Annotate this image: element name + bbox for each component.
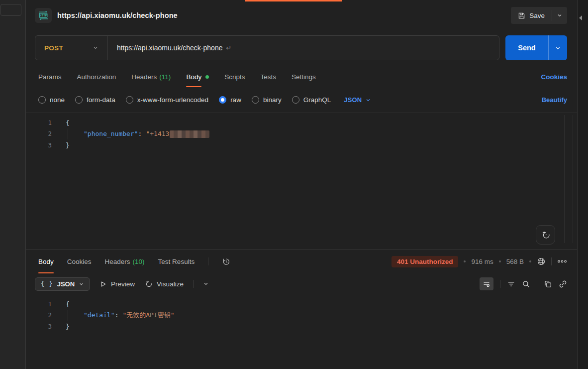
chevron-down-icon — [555, 45, 561, 51]
response-toolbar-right — [480, 277, 567, 290]
radio-none[interactable] — [38, 96, 46, 104]
url-box: POST https://api.xiaomu.uk/check-phone ↵ — [35, 35, 499, 60]
divider — [551, 257, 552, 265]
url-value: https://api.xiaomu.uk/check-phone — [117, 44, 222, 52]
send-options-button[interactable] — [549, 35, 567, 60]
wrap-text-icon — [483, 280, 490, 288]
send-split-button: Send — [505, 35, 567, 60]
line-number: 1 — [26, 119, 52, 126]
mode-raw[interactable]: raw — [219, 96, 241, 104]
copy-response-button[interactable] — [544, 280, 552, 288]
response-toolbar: { } JSON Preview Visualize — [26, 273, 577, 294]
tab-authorization[interactable]: Authorization — [77, 67, 116, 87]
save-button[interactable]: Save — [511, 7, 552, 24]
response-meta: 401 Unauthorized 916 ms 568 B — [392, 256, 567, 267]
save-options-button[interactable] — [552, 7, 567, 24]
tab-scripts[interactable]: Scripts — [224, 67, 245, 87]
globe-icon — [537, 257, 546, 266]
chevron-down-icon — [93, 45, 98, 51]
mode-form-data[interactable]: form-data — [75, 96, 115, 104]
radio-raw-selected[interactable] — [219, 96, 226, 104]
response-more-options-button[interactable] — [557, 259, 567, 264]
response-size[interactable]: 568 B — [506, 258, 524, 265]
visualize-sparkle-icon — [144, 280, 153, 288]
link-button[interactable] — [559, 280, 567, 288]
response-tab-test-results[interactable]: Test Results — [158, 249, 195, 273]
url-return-glyph: ↵ — [226, 44, 231, 52]
radio-form-data[interactable] — [75, 96, 83, 104]
tab-settings[interactable]: Settings — [292, 67, 316, 87]
line-number: 3 — [26, 323, 52, 330]
code-line: 3 } — [26, 321, 577, 332]
network-info-button[interactable] — [537, 257, 546, 266]
response-tab-headers[interactable]: Headers (10) — [105, 249, 145, 273]
response-body-viewer[interactable]: 1 { 2 "detail":"无效的API密钥" 3 } — [26, 294, 577, 369]
mode-binary[interactable]: binary — [252, 96, 282, 104]
chevron-down-icon — [557, 12, 563, 18]
url-row: POST https://api.xiaomu.uk/check-phone ↵… — [35, 35, 567, 60]
save-button-label: Save — [529, 12, 545, 19]
chevron-down-icon — [365, 97, 371, 103]
filter-icon — [507, 280, 515, 288]
line-number: 2 — [26, 130, 52, 137]
body-modified-dot — [205, 75, 209, 79]
raw-language-select[interactable]: JSON — [344, 96, 371, 104]
save-split-button: Save — [511, 7, 567, 24]
mode-graphql[interactable]: GraphQL — [292, 96, 331, 104]
active-tab-indicator — [245, 0, 342, 1]
indent-guide — [68, 310, 68, 321]
method-select[interactable]: POST — [35, 36, 108, 60]
radio-binary[interactable] — [252, 96, 259, 104]
line-number: 2 — [26, 311, 52, 319]
chevron-down-icon — [203, 281, 209, 287]
send-button[interactable]: Send — [505, 35, 549, 60]
divider — [537, 280, 537, 288]
chevron-down-icon — [79, 281, 84, 287]
request-header-bar: HTTP https://api.xiaomu.uk/check-phone S… — [26, 0, 577, 31]
visualize-button[interactable]: Visualize — [144, 280, 184, 288]
app-window: HTTP https://api.xiaomu.uk/check-phone S… — [0, 0, 588, 369]
response-time[interactable]: 916 ms — [471, 258, 493, 265]
filter-button[interactable] — [507, 280, 515, 288]
search-button[interactable] — [522, 280, 530, 288]
tab-tests[interactable]: Tests — [260, 67, 276, 87]
dot-separator — [499, 260, 501, 262]
beautify-link[interactable]: Beautify — [542, 96, 567, 104]
postbot-ai-button[interactable] — [536, 225, 555, 245]
response-history-button[interactable] — [222, 257, 230, 266]
wrap-text-button[interactable] — [480, 277, 493, 290]
more-options-icon — [557, 259, 567, 264]
code-line: 2 "detail":"无效的API密钥" — [26, 310, 577, 321]
cookies-link[interactable]: Cookies — [541, 73, 567, 81]
url-input[interactable]: https://api.xiaomu.uk/check-phone ↵ — [108, 36, 240, 60]
preview-button[interactable]: Preview — [99, 280, 135, 288]
response-tab-cookies[interactable]: Cookies — [67, 249, 92, 273]
visualize-options-button[interactable] — [203, 281, 209, 287]
editor-scrollbar-track[interactable] — [564, 115, 565, 243]
tab-headers[interactable]: Headers (11) — [131, 67, 171, 87]
tab-body[interactable]: Body — [186, 67, 209, 87]
request-title: https://api.xiaomu.uk/check-phone — [57, 11, 178, 19]
tab-params[interactable]: Params — [38, 67, 62, 87]
mode-none[interactable]: none — [38, 96, 65, 104]
panel-edge-line — [573, 115, 573, 243]
body-mode-row: none form-data x-www-form-urlencoded raw… — [26, 87, 577, 113]
preview-play-icon — [99, 280, 107, 288]
status-badge[interactable]: 401 Unauthorized — [392, 256, 459, 267]
right-sidebar-rail — [577, 0, 588, 369]
radio-x-www-form-urlencoded[interactable] — [126, 96, 133, 104]
request-tabs: Params Authorization Headers (11) Body S… — [26, 67, 577, 87]
copy-icon — [544, 280, 552, 288]
collapsed-tab-outline[interactable] — [0, 4, 21, 16]
response-tab-body[interactable]: Body — [38, 249, 54, 273]
radio-graphql[interactable] — [292, 96, 299, 104]
collapse-arrow-icon[interactable] — [579, 15, 582, 20]
indent-guide — [68, 128, 68, 140]
left-sidebar-rail — [0, 0, 26, 369]
response-format-select[interactable]: { } JSON — [35, 277, 90, 291]
response-header-bar: Body Cookies Headers (10) Test Results 4… — [26, 249, 577, 273]
link-icon — [559, 280, 567, 288]
mode-x-www-form-urlencoded[interactable]: x-www-form-urlencoded — [126, 96, 208, 104]
divider — [193, 280, 194, 288]
request-body-editor[interactable]: 1 { 2 "phone_number":"+1413 3 } — [26, 113, 577, 249]
